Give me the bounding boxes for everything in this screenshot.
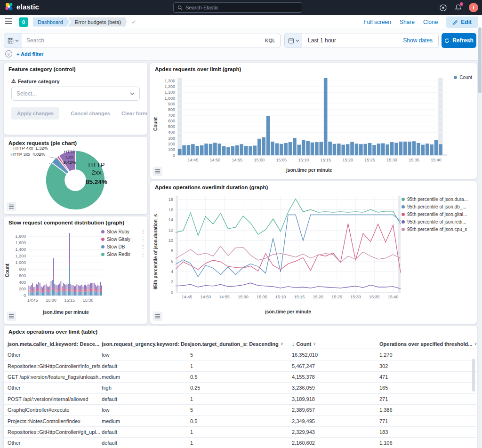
table-cell: 471: [379, 374, 477, 380]
show-dates-link[interactable]: Show dates: [403, 37, 433, 44]
table-column-header[interactable]: ↓Count∨: [292, 341, 379, 347]
panel-feature-category-control: Feature category (control) ⚠ Feature cat…: [4, 63, 147, 135]
legend-item[interactable]: 95th percentile of json.redi...: [402, 218, 473, 225]
svg-text:15:20: 15:20: [342, 158, 353, 162]
legend-item[interactable]: 95th percentile of json.db_...: [402, 203, 473, 210]
table-cell: 771: [379, 418, 477, 424]
deployment-icon[interactable]: [439, 3, 447, 12]
legend-toggle-icon[interactable]: [7, 202, 16, 211]
page-scrollbar[interactable]: [478, 27, 482, 93]
svg-text:1,300: 1,300: [164, 79, 175, 83]
refresh-button[interactable]: Refresh: [442, 33, 476, 48]
saved-check-icon[interactable]: ✓: [131, 19, 136, 25]
edit-button[interactable]: Edit: [446, 16, 478, 28]
alerts-bell-icon[interactable]: [454, 3, 462, 12]
apply-changes-button[interactable]: Apply changes: [11, 107, 59, 120]
legend-dot: [402, 228, 405, 231]
table-cell: 1: [190, 363, 292, 369]
table-row: Projects::NotesController#indexmedium0.5…: [4, 416, 477, 426]
table-column-header[interactable]: json.target_duration_s: Descending∨: [190, 341, 292, 347]
table-cell: Other: [8, 385, 102, 391]
table-cell: 165: [379, 385, 477, 391]
time-range-picker[interactable]: Last 1 hour Show dates: [302, 33, 439, 48]
legend-menu-icon[interactable]: ⋮: [141, 229, 145, 234]
user-avatar[interactable]: I: [469, 3, 478, 12]
legend-toggle-icon[interactable]: [153, 312, 162, 321]
svg-text:800: 800: [168, 107, 175, 112]
global-search-input[interactable]: Search Elastic: [173, 2, 302, 13]
saved-query-button[interactable]: [4, 33, 22, 48]
table-column-header[interactable]: json.request_urgency.keyword: Des...∨: [102, 341, 190, 347]
svg-text:15:30: 15:30: [386, 158, 397, 162]
table-column-header[interactable]: json.meta.caller_id.keyword: Desce...∨: [8, 341, 102, 347]
table-cell: 5: [190, 407, 292, 413]
table-column-header[interactable]: Operations over specified threshold...∨: [379, 341, 477, 347]
date-quick-button[interactable]: [284, 33, 303, 48]
svg-text:400: 400: [19, 280, 26, 285]
table-scrollbar[interactable]: [472, 359, 475, 392]
panel-apdex-over-limit-table: Apdex operations over limit (table) json…: [4, 326, 477, 448]
chart-legend: 95th percentile of json.dura...95th perc…: [402, 195, 473, 233]
svg-text:15:00: 15:00: [238, 295, 249, 299]
legend-item[interactable]: Slow DB⋮: [101, 243, 145, 250]
svg-text:700: 700: [168, 113, 175, 118]
svg-text:15:10: 15:10: [298, 158, 309, 162]
legend-item[interactable]: 95th percentile of json.cpu_s: [402, 225, 473, 233]
feature-category-select[interactable]: Select...: [11, 87, 140, 101]
table-cell: 3,189,918: [292, 396, 379, 402]
clone-link[interactable]: Clone: [423, 19, 438, 25]
legend-item[interactable]: 95th percentile of json.dura...: [402, 195, 473, 203]
elastic-logo[interactable]: elastic: [5, 2, 39, 11]
svg-text:15:05: 15:05: [276, 158, 287, 162]
menu-hamburger-icon[interactable]: [5, 18, 12, 26]
space-badge[interactable]: 0: [19, 17, 28, 27]
svg-text:600: 600: [168, 119, 175, 123]
panel-title: Apdex operations overlimit duration (gra…: [155, 184, 268, 190]
table-cell: 271: [379, 396, 477, 402]
brand-name: elastic: [16, 3, 39, 11]
breadcrumb-page-title: Error budgets (beta): [68, 17, 127, 27]
table-row: Repositories::GitHttpController#git_upl.…: [4, 427, 477, 438]
svg-text:15:10: 15:10: [275, 295, 286, 299]
filter-icon[interactable]: [5, 50, 13, 58]
svg-text:15:15: 15:15: [294, 295, 305, 299]
legend-toggle-icon[interactable]: [7, 312, 16, 321]
legend-dot: [101, 230, 104, 233]
svg-text:1,200: 1,200: [15, 254, 26, 258]
svg-text:16: 16: [169, 208, 173, 212]
svg-text:1,600: 1,600: [15, 240, 26, 245]
svg-text:15:35: 15:35: [369, 295, 380, 299]
table-cell: 2,389,657: [292, 407, 379, 413]
legend-item[interactable]: Slow Gitaly⋮: [101, 235, 145, 243]
share-link[interactable]: Share: [400, 19, 415, 25]
legend-menu-icon[interactable]: ⋮: [141, 244, 145, 249]
legend-menu-icon[interactable]: ⋮: [141, 237, 145, 242]
svg-text:400: 400: [168, 130, 175, 135]
kql-badge[interactable]: KQL: [265, 38, 275, 43]
kql-search-input[interactable]: Search KQL: [22, 33, 281, 48]
full-screen-link[interactable]: Full screen: [363, 19, 391, 25]
table-cell: 183: [379, 429, 477, 435]
legend-toggle-icon[interactable]: [153, 167, 162, 176]
legend-item[interactable]: 95th percentile of json.gital...: [402, 210, 473, 218]
table-cell: 4,155,378: [292, 374, 379, 380]
line-chart[interactable]: 02468101214161814:4514:5014:5515:0015:05…: [160, 192, 405, 310]
breadcrumb-dashboard[interactable]: Dashboard: [33, 17, 70, 27]
cancel-changes-button[interactable]: Cancel changes: [71, 111, 110, 116]
stacked-bar-chart[interactable]: 02004006008001,0001,2001,4001,6001,80014…: [8, 228, 104, 308]
global-header: elastic Search Elastic: [0, 0, 482, 15]
legend-menu-icon[interactable]: ⋮: [141, 252, 145, 257]
add-filter-link[interactable]: + Add filter: [16, 51, 43, 57]
svg-text:15:30: 15:30: [350, 295, 361, 299]
chevron-down-icon: [296, 40, 299, 42]
search-icon: [177, 5, 183, 10]
svg-text:15:00: 15:00: [254, 158, 265, 162]
panel-title: Apdex requests over limit (graph): [155, 66, 241, 72]
legend-item[interactable]: Slow Ruby⋮: [101, 228, 145, 235]
bar-chart[interactable]: 01002003004005006007008009001,0001,1001,…: [160, 75, 472, 169]
svg-text:0: 0: [173, 153, 175, 158]
table-row: POST /api/:version/internal/alloweddefau…: [4, 394, 477, 405]
svg-text:15:15: 15:15: [64, 298, 75, 303]
clear-form-button[interactable]: Clear form: [121, 111, 147, 116]
legend-item[interactable]: Slow Redis⋮: [101, 250, 145, 258]
